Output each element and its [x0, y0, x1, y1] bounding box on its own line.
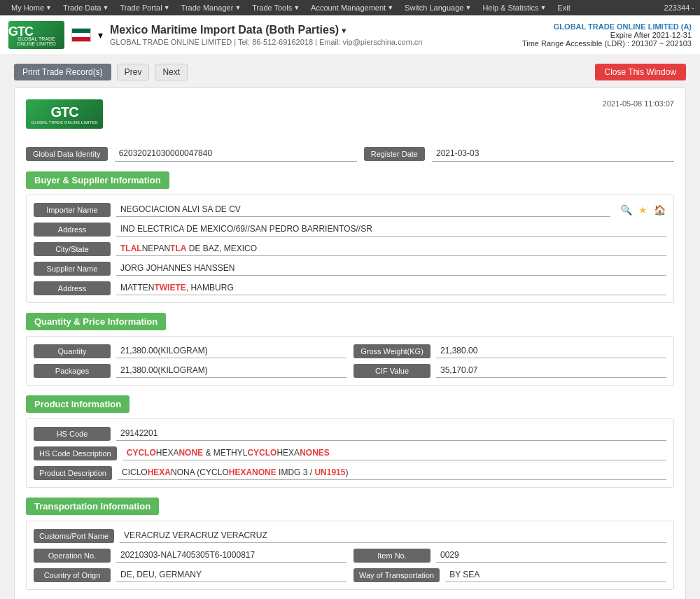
- nav-trade-portal[interactable]: Trade Portal ▼: [115, 1, 176, 14]
- product-header: Product Information: [26, 395, 130, 413]
- hs-code-description-value: CYCLOHEXANONE & METHYLCYCLOHEXANONES: [122, 446, 666, 460]
- expire-date: Expire After 2021-12-31: [522, 31, 692, 39]
- city-state-row: City/State TLALNEPANTLA DE BAZ, MEXICO: [34, 241, 666, 256]
- quantity-price-section: Quantity & Price Information Quantity 21…: [26, 313, 674, 386]
- chevron-down-icon: ▼: [293, 4, 300, 11]
- nav-exit[interactable]: Exit: [552, 1, 575, 14]
- right-info: GLOBAL TRADE ONLINE LIMITED (A) Expire A…: [522, 22, 692, 48]
- city-state-label: City/State: [34, 242, 111, 256]
- packages-label: Packages: [34, 364, 111, 378]
- card-logo: GTC GLOBAL TRADE ONLINE LIMITED: [26, 99, 110, 129]
- chevron-down-icon: ▼: [540, 4, 546, 11]
- quantity-value: 21,380.00(KILOGRAM): [116, 344, 346, 358]
- header-bar: GTC GLOBAL TRADE ONLINE LIMITED ▾ Mexico…: [0, 15, 700, 55]
- page-title: Mexico Maritime Import Data (Both Partie…: [110, 24, 522, 36]
- transportation-content: Customs/Port Name VERACRUZ VERACRUZ VERA…: [26, 521, 674, 590]
- importer-name-label: Importer Name: [34, 203, 111, 217]
- register-date-label: Register Date: [364, 147, 425, 161]
- item-no-label: Item No.: [354, 549, 430, 563]
- product-section: Product Information HS Code 29142201 HS …: [26, 395, 674, 488]
- content-wrapper: Print Trade Record(s) Prev Next Close Th…: [0, 55, 700, 599]
- way-of-transport-label: Way of Transportation: [354, 568, 440, 582]
- record-card: GTC GLOBAL TRADE ONLINE LIMITED 2021-05-…: [14, 87, 686, 599]
- mexico-flag-icon: [71, 28, 91, 42]
- importer-address-value: IND ELECTRICA DE MEXICO/69//SAN PEDRO BA…: [116, 222, 666, 237]
- importer-address-label: Address: [34, 223, 111, 237]
- importer-name-value: NEGOCIACION ALVI SA DE CV: [116, 202, 610, 217]
- way-of-transport-value: BY SEA: [445, 568, 666, 582]
- next-top-button[interactable]: Next: [155, 64, 188, 80]
- hs-code-value: 29142201: [116, 426, 666, 441]
- supplier-address-row: Address MATTENTWIETE, HAMBURG: [34, 281, 666, 295]
- packages-row: Packages 21,380.00(KILOGRAM) CIF Value 3…: [34, 363, 666, 378]
- customs-port-value: VERACRUZ VERACRUZ VERACRUZ: [120, 528, 666, 543]
- hs-code-description-row: HS Code Description CYCLOHEXANONE & METH…: [34, 446, 666, 460]
- product-description-row: Product Description CICLOHEXANONA (CYCLO…: [34, 465, 666, 480]
- prev-top-button[interactable]: Prev: [117, 64, 150, 80]
- nav-my-home[interactable]: My Home ▼: [6, 1, 57, 14]
- page-title-area: Mexico Maritime Import Data (Both Partie…: [110, 24, 522, 46]
- search-icon[interactable]: 🔍: [619, 203, 633, 217]
- buyer-supplier-section: Buyer & Supplier Information Importer Na…: [26, 171, 674, 303]
- home-icon[interactable]: 🏠: [652, 203, 666, 217]
- time-range: Time Range Accessible (LDR) : 201307 ~ 2…: [522, 39, 692, 48]
- chevron-down-icon: ▼: [103, 4, 109, 11]
- chevron-down-icon: ▼: [465, 4, 471, 11]
- nav-account-management[interactable]: Account Management ▼: [305, 1, 399, 14]
- country-origin-value: DE, DEU, GERMANY: [116, 568, 346, 582]
- product-description-label: Product Description: [34, 466, 112, 480]
- account-number: 223344 -: [664, 3, 694, 12]
- global-data-identity-label: Global Data Identity: [26, 147, 108, 161]
- supplier-name-label: Supplier Name: [34, 262, 111, 276]
- star-icon[interactable]: ★: [636, 203, 650, 217]
- operation-no-value: 20210303-NAL7405305T6-1000817: [116, 548, 346, 563]
- customs-port-label: Customs/Port Name: [34, 529, 114, 543]
- nav-trade-manager[interactable]: Trade Manager ▼: [176, 1, 247, 14]
- page-title-dropdown-icon[interactable]: ▾: [342, 25, 346, 36]
- transportation-section: Transportation Information Customs/Port …: [26, 498, 674, 590]
- transportation-header: Transportation Information: [26, 498, 159, 515]
- buyer-supplier-content: Importer Name NEGOCIACION ALVI SA DE CV …: [26, 195, 674, 303]
- global-data-identity-value: 62032021030000047840: [115, 146, 357, 162]
- customs-port-row: Customs/Port Name VERACRUZ VERACRUZ VERA…: [34, 528, 666, 543]
- importer-icons: 🔍 ★ 🏠: [619, 203, 666, 217]
- buyer-supplier-header: Buyer & Supplier Information: [26, 171, 169, 189]
- chevron-down-icon: ▼: [46, 4, 52, 11]
- card-date: 2021-05-08 11:03:07: [603, 99, 674, 108]
- nav-items: My Home ▼ Trade Data ▼ Trade Portal ▼ Tr…: [6, 1, 664, 14]
- country-transport-row: Country of Orign DE, DEU, GERMANY Way of…: [34, 568, 666, 582]
- logo-area: GTC GLOBAL TRADE ONLINE LIMITED ▾: [8, 21, 103, 49]
- nav-trade-data[interactable]: Trade Data ▼: [57, 1, 115, 14]
- hs-code-description-label: HS Code Description: [34, 446, 117, 460]
- nav-trade-tools[interactable]: Trade Tools ▼: [246, 1, 305, 14]
- supplier-address-label: Address: [34, 281, 111, 295]
- product-content: HS Code 29142201 HS Code Description CYC…: [26, 418, 674, 488]
- company-logo: GTC GLOBAL TRADE ONLINE LIMITED: [8, 21, 64, 49]
- quantity-price-content: Quantity 21,380.00(KILOGRAM) Gross Weigh…: [26, 336, 674, 386]
- gross-weight-label: Gross Weight(KG): [354, 344, 430, 358]
- chevron-down-icon: ▼: [234, 4, 241, 11]
- nav-switch-language[interactable]: Switch Language ▼: [399, 1, 477, 14]
- hs-code-row: HS Code 29142201: [34, 426, 666, 441]
- hs-code-label: HS Code: [34, 427, 111, 441]
- close-top-button[interactable]: Close This Window: [595, 64, 686, 80]
- print-top-button[interactable]: Print Trade Record(s): [14, 64, 111, 80]
- supplier-name-value: JORG JOHANNES HANSSEN: [116, 261, 666, 276]
- cif-value-value: 35,170.07: [436, 363, 666, 378]
- nav-help-statistics[interactable]: Help & Statistics ▼: [477, 1, 552, 14]
- top-action-bar: Print Trade Record(s) Prev Next Close Th…: [14, 64, 686, 80]
- supplier-name-row: Supplier Name JORG JOHANNES HANSSEN: [34, 261, 666, 276]
- operation-no-label: Operation No.: [34, 549, 111, 563]
- supplier-address-value: MATTENTWIETE, HAMBURG: [116, 281, 666, 295]
- city-state-value: TLALNEPANTLA DE BAZ, MEXICO: [116, 241, 666, 256]
- importer-address-row: Address IND ELECTRICA DE MEXICO/69//SAN …: [34, 222, 666, 237]
- quantity-label: Quantity: [34, 344, 111, 358]
- company-name: GLOBAL TRADE ONLINE LIMITED (A): [522, 22, 692, 31]
- flag-dropdown-icon[interactable]: ▾: [98, 29, 103, 41]
- page-subtitle: GLOBAL TRADE ONLINE LIMITED | Tel: 86-51…: [110, 38, 522, 46]
- packages-value: 21,380.00(KILOGRAM): [116, 363, 346, 378]
- quantity-row: Quantity 21,380.00(KILOGRAM) Gross Weigh…: [34, 344, 666, 358]
- cif-value-label: CIF Value: [354, 364, 430, 378]
- chevron-down-icon: ▼: [164, 4, 170, 11]
- item-no-value: 0029: [436, 548, 666, 563]
